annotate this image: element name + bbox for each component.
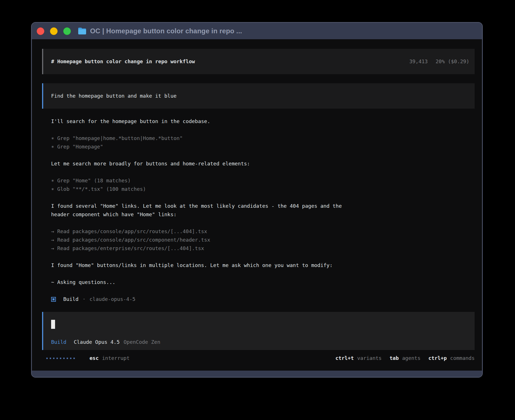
assistant-transcript: I'll search for the homepage button in t… xyxy=(42,117,475,303)
prompt-input[interactable]: Build Claude Opus 4.5 OpenCode Zen xyxy=(42,312,475,350)
terminal-content: # Homepage button color change in repo w… xyxy=(32,39,482,371)
context-cost: 20% ($0.29) xyxy=(436,57,469,66)
spinner-dots xyxy=(46,358,77,359)
agent-separator: · xyxy=(82,295,86,303)
terminal-window: OC | Homepage button color change in rep… xyxy=(31,22,483,378)
session-header: # Homepage button color change in repo w… xyxy=(42,49,475,74)
session-title: # Homepage button color change in repo w… xyxy=(51,57,195,66)
window-title: OC | Homepage button color change in rep… xyxy=(90,27,242,35)
tool-call-grep: ∗ Grep "Homepage" xyxy=(51,143,475,151)
folder-icon xyxy=(78,27,87,35)
user-message-text: Find the homepage button and make it blu… xyxy=(51,92,176,100)
text-cursor xyxy=(51,320,55,329)
assistant-text: Let me search more broadly for buttons a… xyxy=(51,159,475,168)
agent-square-icon xyxy=(51,297,56,302)
window-titlebar[interactable]: OC | Homepage button color change in rep… xyxy=(32,23,482,39)
input-footer: Build Claude Opus 4.5 OpenCode Zen xyxy=(51,338,475,346)
model-name: Claude Opus 4.5 xyxy=(74,338,120,346)
status-bar: esc interrupt ctrl+t variants tab agents… xyxy=(42,354,475,362)
window-bottom-bar xyxy=(32,371,482,377)
assistant-text: I found "Home" buttons/links in multiple… xyxy=(51,261,475,270)
tool-call-read: → Read packages/console/app/src/componen… xyxy=(51,236,475,244)
esc-key-hint: esc xyxy=(90,354,99,362)
assistant-text: I'll search for the homepage button in t… xyxy=(51,117,475,126)
esc-key-label: interrupt xyxy=(102,354,130,362)
shortcut-commands: ctrl+p commands xyxy=(428,354,475,362)
tool-call-grep: ∗ Grep "homepage|home.*button|Home.*butt… xyxy=(51,134,475,143)
close-button[interactable] xyxy=(37,27,44,35)
tool-call-read: → Read packages/enterprise/src/routes/[.… xyxy=(51,244,475,253)
shortcut-variants: ctrl+t variants xyxy=(335,354,382,362)
agent-mode-indicator: Build xyxy=(51,338,66,346)
shortcut-agents: tab agents xyxy=(390,354,421,362)
tool-call-grep: ∗ Grep "Home" (18 matches) xyxy=(51,176,475,185)
agent-model: claude-opus-4-5 xyxy=(90,295,136,303)
agent-status-row: Build · claude-opus-4-5 xyxy=(51,295,475,303)
provider-name: OpenCode Zen xyxy=(124,338,160,346)
assistant-status-text: ~ Asking questions... xyxy=(51,278,475,286)
token-count: 39,413 xyxy=(409,57,428,66)
session-stats: 39,413 20% ($0.29) xyxy=(409,57,469,66)
assistant-text: I found several "Home" links. Let me loo… xyxy=(51,202,475,210)
traffic-lights xyxy=(37,27,71,35)
user-message: Find the homepage button and make it blu… xyxy=(42,83,475,109)
maximize-button[interactable] xyxy=(63,27,71,35)
agent-name: Build xyxy=(63,295,78,303)
tool-call-glob: ∗ Glob "**/*.tsx" (100 matches) xyxy=(51,185,475,193)
tool-call-read: → Read packages/console/app/src/routes/[… xyxy=(51,227,475,236)
assistant-text: header component which have "Home" links… xyxy=(51,210,475,219)
minimize-button[interactable] xyxy=(50,27,58,35)
